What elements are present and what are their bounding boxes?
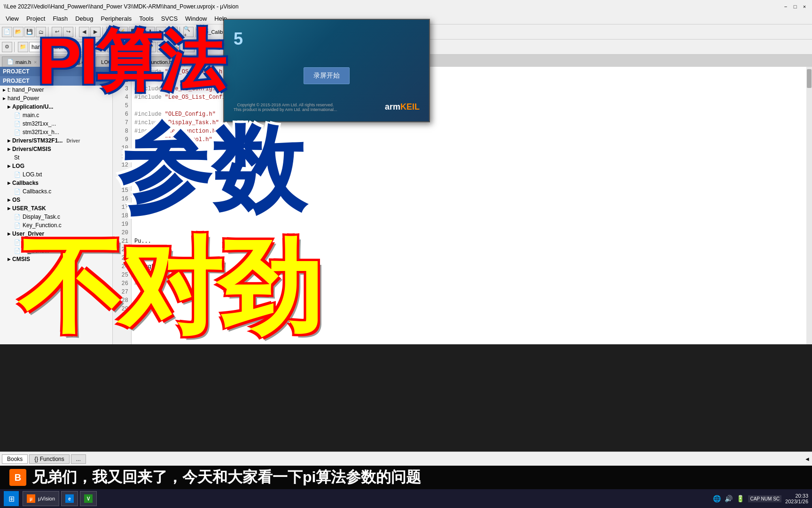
- taskbar-app-uvision[interactable]: μ μVision: [23, 491, 59, 506]
- sidebar-item-log-txt[interactable]: 📄 LOG.txt: [0, 170, 112, 179]
- file-icon-6: 📄: [14, 214, 21, 220]
- bottom-panel: Books {} Functions ... ◄: [0, 452, 812, 466]
- tab-main-h[interactable]: 📄 main.h ×: [2, 56, 42, 67]
- sidebar-item-callbacks-c[interactable]: 📄 Callbacks.c: [0, 187, 112, 196]
- toolbar2-sep1: [14, 42, 16, 52]
- panel-scroll-left[interactable]: ◄: [804, 456, 810, 462]
- sidebar-group-user-task[interactable]: ▸ USER_TASK: [0, 204, 112, 213]
- minimize-button[interactable]: −: [782, 3, 789, 10]
- file-icon-4: 📄: [14, 172, 21, 178]
- window-controls: − □ ×: [782, 3, 808, 10]
- sidebar-group-application[interactable]: ▸ Application/U...: [0, 103, 112, 111]
- menu-flash[interactable]: Flash: [49, 14, 71, 23]
- tray-network-icon[interactable]: 🌐: [713, 495, 721, 502]
- sidebar-item-display-task[interactable]: 📄 Display_Task.c: [0, 213, 112, 221]
- save-button[interactable]: 💾: [24, 27, 35, 37]
- overlay-nope-text: 不对劲: [19, 235, 318, 339]
- tab-close-icon[interactable]: ×: [34, 59, 37, 65]
- sidebar-group-os[interactable]: ▸ OS: [0, 196, 112, 204]
- subtitle-channel-icon: B: [9, 469, 26, 486]
- panel-tab-more[interactable]: ...: [71, 454, 86, 464]
- uvision-icon: μ: [27, 494, 35, 503]
- panel-tab-books[interactable]: Books: [2, 454, 28, 464]
- edge-icon: e: [65, 494, 74, 503]
- sidebar-group-drivers-cmsis[interactable]: ▸ Drivers/CMSIS: [0, 145, 112, 153]
- arrow-icon: ▸: [3, 87, 6, 93]
- panel-tab-functions[interactable]: {} Functions: [29, 454, 69, 464]
- overlay-params-text: 参数: [117, 122, 305, 216]
- menu-view[interactable]: View: [2, 14, 23, 23]
- subtitle-text: 兄弟们，我又回来了，今天和大家看一下pi算法参数的问题: [32, 467, 421, 488]
- clock-date: 2023/1/26: [785, 499, 808, 504]
- start-button[interactable]: ⊞: [4, 491, 19, 506]
- folder-arrow-icon-9: ▸: [8, 256, 10, 262]
- menu-peripherals[interactable]: Peripherals: [97, 14, 136, 23]
- title-bar: \\Lee 2022\\Vedio\\Hand_Powwer\\hand_Pow…: [0, 0, 812, 13]
- file-icon-7: 📄: [14, 222, 21, 229]
- folder-arrow-icon: ▸: [8, 103, 10, 110]
- folder-arrow-icon-5: ▸: [8, 180, 10, 186]
- project-icon-button[interactable]: 📁: [18, 42, 28, 52]
- close-button[interactable]: ×: [801, 3, 808, 10]
- tab-icon: 📄: [7, 59, 14, 65]
- folder-arrow-icon-6: ▸: [8, 197, 10, 203]
- menu-svcs[interactable]: SVCS: [157, 14, 181, 23]
- system-clock: 20:33 2023/1/26: [785, 493, 808, 504]
- menu-window[interactable]: Window: [181, 14, 211, 23]
- tray-battery-icon[interactable]: 🔋: [736, 495, 744, 502]
- splash-version: 5: [234, 29, 243, 49]
- kbd-indicators: CAP NUM SC: [748, 495, 781, 502]
- menu-project[interactable]: Project: [23, 14, 49, 23]
- menu-tools[interactable]: Tools: [135, 14, 157, 23]
- other-icon: V: [84, 494, 93, 503]
- folder-arrow-icon-8: ▸: [8, 230, 10, 237]
- folder-arrow-icon-7: ▸: [8, 205, 10, 212]
- sidebar-item-main-c[interactable]: 📄 main.c: [0, 111, 112, 119]
- sidebar-item-stm32-1[interactable]: 📄 stm32f1xx_...: [0, 119, 112, 128]
- driver-label: Driver: [66, 138, 80, 143]
- taskbar: ⊞ μ μVision e V 🌐 🔊 🔋 CAP NUM SC 20:33 2…: [0, 489, 812, 508]
- folder-arrow-icon-3: ▸: [8, 146, 10, 152]
- clock-time: 20:33: [785, 493, 808, 499]
- line-num-5: 5: [113, 102, 131, 110]
- file-icon-3: 📄: [14, 129, 21, 135]
- arrow-icon-2: ▸: [3, 95, 6, 102]
- menu-debug[interactable]: Debug: [71, 14, 97, 23]
- scroll-thumb[interactable]: [807, 69, 812, 88]
- folder-arrow-icon-2: ▸: [8, 137, 10, 144]
- splash-brand: armKEIL: [385, 102, 420, 112]
- new-file-button[interactable]: 📄: [2, 27, 12, 37]
- sidebar-item-key-function[interactable]: 📄 Key_Function.c: [0, 221, 112, 230]
- subtitle-bar: B 兄弟们，我又回来了，今天和大家看一下pi算法参数的问题: [0, 466, 812, 489]
- sidebar-group-drivers-stm32[interactable]: ▸ Drivers/STM32F1... Driver: [0, 136, 112, 145]
- maximize-button[interactable]: □: [791, 3, 799, 10]
- splash-start-button[interactable]: 录屏开始: [304, 67, 350, 84]
- taskbar-app-other[interactable]: V: [80, 491, 97, 506]
- sidebar-item-stm32-2[interactable]: 📄 stm32f1xx_h...: [0, 128, 112, 136]
- sidebar-item-st[interactable]: St: [0, 153, 112, 162]
- project-options-button[interactable]: ⚙: [2, 42, 12, 52]
- sidebar-group-log[interactable]: ▸ LOG: [0, 162, 112, 170]
- folder-arrow-icon-4: ▸: [8, 163, 10, 169]
- tray-volume-icon[interactable]: 🔊: [725, 495, 733, 502]
- uvision-label: μVision: [38, 496, 55, 501]
- open-button[interactable]: 📂: [13, 27, 23, 37]
- overlay-pi-text: PI算法: [38, 28, 224, 94]
- taskbar-right: 🌐 🔊 🔋 CAP NUM SC 20:33 2023/1/26: [713, 493, 808, 504]
- splash-copyright: Copyright © 2015-2018 Arm Ltd. All right…: [234, 103, 337, 112]
- title-text: \\Lee 2022\\Vedio\\Hand_Powwer\\hand_Pow…: [4, 3, 239, 10]
- taskbar-app-edge[interactable]: e: [61, 491, 78, 506]
- vertical-scrollbar[interactable]: [806, 67, 812, 344]
- splash-dialog[interactable]: 5 录屏开始 Copyright © 2015-2018 Arm Ltd. Al…: [223, 19, 430, 122]
- file-icon-2: 📄: [14, 121, 21, 127]
- file-icon: 📄: [14, 112, 21, 119]
- file-icon-5: 📄: [14, 189, 21, 195]
- sidebar-group-callbacks[interactable]: ▸ Callbacks: [0, 179, 112, 187]
